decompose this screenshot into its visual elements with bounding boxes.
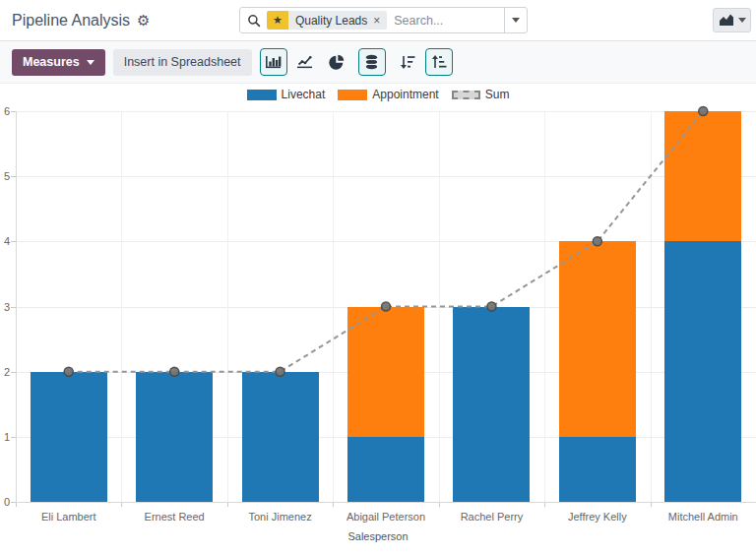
legend-label: Sum: [485, 88, 510, 101]
x-axis-line: [16, 502, 756, 503]
breadcrumb: Pipeline Analysis ⚙: [12, 0, 151, 40]
y-tick-label: 3: [0, 301, 10, 313]
bar-segment-appointment[interactable]: [559, 241, 636, 437]
x-gridline: [439, 111, 440, 502]
legend-item-livechat[interactable]: Livechat: [247, 88, 326, 101]
legend-item-sum[interactable]: Sum: [452, 88, 510, 101]
area-chart-icon: [719, 12, 734, 30]
bar-segment-livechat[interactable]: [31, 372, 107, 502]
facet-remove-icon[interactable]: ×: [373, 15, 380, 27]
legend-swatch: [247, 90, 277, 100]
bar-segment-livechat[interactable]: [242, 372, 319, 502]
line-chart-icon: [296, 54, 313, 70]
insert-in-spreadsheet-button[interactable]: Insert in Spreadsheet: [113, 49, 252, 76]
y-axis-line: [16, 111, 17, 502]
view-switcher-button[interactable]: [713, 8, 751, 32]
filter-facet[interactable]: ★ Quality Leads ×: [267, 11, 387, 30]
x-tick-label: Jeffrey Kelly: [544, 511, 650, 524]
bar-segment-livechat[interactable]: [347, 437, 424, 502]
search-icon: [247, 14, 261, 28]
chart-legend: LivechatAppointmentSum: [0, 88, 756, 101]
chevron-down-icon: [87, 60, 94, 65]
chevron-down-icon: [738, 18, 746, 23]
bar-segment-livechat[interactable]: [136, 372, 213, 502]
page-title: Pipeline Analysis: [12, 12, 130, 30]
x-gridline: [121, 111, 122, 502]
chart-type-pie-button[interactable]: [323, 48, 350, 76]
x-tick-label: Eli Lambert: [16, 511, 121, 524]
y-tick-label: 5: [0, 170, 10, 182]
y-tick-label: 2: [0, 366, 10, 378]
y-tick-label: 4: [0, 235, 10, 247]
sort-ascending-icon: [431, 54, 447, 70]
legend-item-appointment[interactable]: Appointment: [338, 88, 438, 101]
y-gridline: [16, 111, 756, 112]
x-tick-label: Mitchell Admin: [651, 511, 756, 524]
pipeline-chart: LivechatAppointmentSum Salesperson 01234…: [0, 84, 756, 555]
y-tick-label: 0: [0, 496, 10, 508]
x-gridline: [544, 111, 545, 502]
chevron-down-icon: [512, 18, 520, 23]
x-gridline: [651, 111, 652, 502]
gear-icon[interactable]: ⚙: [137, 13, 150, 28]
stacked-toggle-button[interactable]: [358, 48, 386, 76]
chart-type-line-button[interactable]: [291, 48, 319, 76]
chart-type-bar-button[interactable]: [260, 48, 287, 76]
bar-segment-appointment[interactable]: [347, 307, 424, 437]
measures-label: Measures: [23, 55, 80, 69]
legend-label: Appointment: [372, 88, 438, 101]
x-tick-label: Toni Jimenez: [227, 511, 333, 524]
legend-label: Livechat: [282, 88, 326, 101]
sort-ascending-button[interactable]: [425, 48, 453, 76]
stacked-icon: [364, 54, 379, 70]
facet-label: Quality Leads: [295, 14, 367, 28]
sort-descending-icon: [400, 54, 415, 70]
y-tick-label: 1: [0, 431, 10, 443]
bar-segment-livechat[interactable]: [453, 307, 530, 503]
chart-type-group: [260, 48, 350, 76]
measures-button[interactable]: Measures: [12, 49, 105, 76]
search-bar[interactable]: ★ Quality Leads ×: [239, 7, 528, 33]
y-tick-label: 6: [0, 105, 10, 117]
x-gridline: [227, 111, 228, 502]
search-dropdown-toggle[interactable]: [504, 8, 527, 32]
star-icon: ★: [267, 11, 288, 30]
sort-group: [394, 48, 453, 76]
x-tick-label: Ernest Reed: [121, 511, 226, 524]
y-gridline: [16, 241, 756, 242]
bar-segment-appointment[interactable]: [664, 111, 741, 241]
bar-segment-livechat[interactable]: [664, 241, 741, 502]
pipeline-analysis-app: Pipeline Analysis ⚙ ★ Quality Leads ×: [0, 0, 756, 555]
x-tick-label: Rachel Perry: [439, 511, 544, 524]
legend-swatch: [338, 90, 367, 100]
x-gridline: [333, 111, 334, 502]
x-axis-title: Salesperson: [0, 530, 756, 542]
search-input[interactable]: [394, 14, 504, 28]
y-gridline: [16, 176, 756, 177]
bar-segment-livechat[interactable]: [559, 437, 636, 502]
x-tick-label: Abigail Peterson: [333, 511, 438, 524]
control-panel: Pipeline Analysis ⚙ ★ Quality Leads ×: [0, 0, 756, 40]
legend-swatch: [452, 91, 480, 99]
sort-descending-button[interactable]: [394, 48, 421, 76]
graph-toolbar: Measures Insert in Spreadsheet: [0, 40, 756, 84]
bar-chart-icon: [265, 54, 282, 70]
pie-chart-icon: [329, 54, 345, 70]
